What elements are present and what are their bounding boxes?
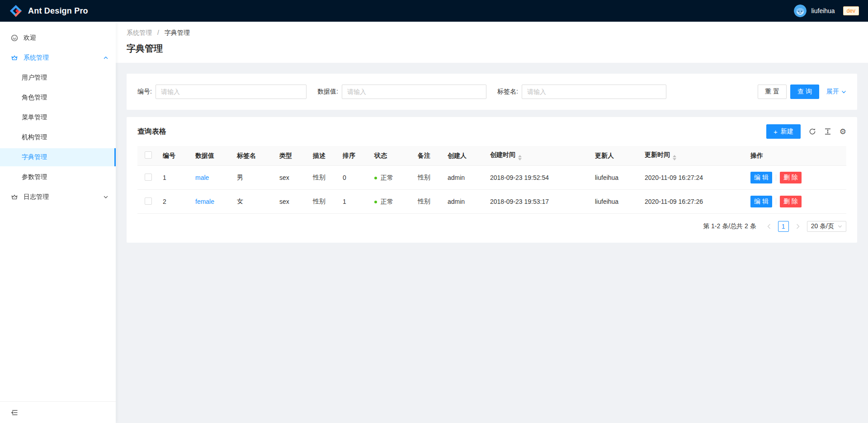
sort-icon[interactable] xyxy=(518,155,522,160)
cell-updater: liufeihua xyxy=(591,190,641,214)
value-input[interactable] xyxy=(342,85,486,99)
prev-page-icon[interactable] xyxy=(764,221,774,232)
main-content: 系统管理 / 字典管理 字典管理 编号: 数据值: 标签名: xyxy=(116,0,868,254)
cell-id: 2 xyxy=(159,190,192,214)
sidebar-footer xyxy=(0,401,116,423)
row-actions: 编 辑 删 除 xyxy=(750,172,843,183)
logo-area[interactable]: Ant Design Pro xyxy=(9,4,88,18)
column-header-label: 创建时间 xyxy=(490,151,515,158)
table-header-row: 编号 数据值 标签名 类型 描述 排序 状态 备注 创建人 创建时间 xyxy=(137,146,846,166)
table-title: 查询表格 xyxy=(137,127,166,136)
page-title: 字典管理 xyxy=(127,42,857,55)
status-badge: 正常 xyxy=(374,198,393,206)
breadcrumb-separator: / xyxy=(157,29,159,36)
density-icon[interactable] xyxy=(824,128,831,135)
sidebar-item-welcome[interactable]: 欢迎 xyxy=(0,29,116,47)
sidebar-item-menu-management[interactable]: 菜单管理 xyxy=(0,108,116,127)
sort-icon[interactable] xyxy=(673,155,676,160)
column-header-actions: 操作 xyxy=(747,146,846,166)
id-input[interactable] xyxy=(156,85,307,99)
search-field-value: 数据值: xyxy=(317,85,497,99)
sidebar-item-label: 角色管理 xyxy=(22,94,47,102)
row-actions: 编 辑 删 除 xyxy=(750,196,843,207)
table-wrap: 编号 数据值 标签名 类型 描述 排序 状态 备注 创建人 创建时间 xyxy=(127,146,857,214)
sidebar-item-label: 日志管理 xyxy=(24,193,49,201)
new-button[interactable]: + 新建 xyxy=(766,124,801,139)
cell-update-time: 2020-11-09 16:27:26 xyxy=(641,190,747,214)
value-link[interactable]: female xyxy=(195,198,214,205)
breadcrumb-current: 字典管理 xyxy=(165,29,190,36)
reset-button[interactable]: 重 置 xyxy=(758,85,787,99)
column-header-status: 状态 xyxy=(371,146,414,166)
page-number[interactable]: 1 xyxy=(778,221,789,232)
status-badge: 正常 xyxy=(374,174,393,182)
status-dot-icon xyxy=(374,177,377,179)
cell-create-time: 2018-09-23 19:53:17 xyxy=(486,190,591,214)
cell-remark: 性别 xyxy=(414,190,444,214)
sidebar-item-system-management[interactable]: 系统管理 xyxy=(0,49,116,67)
cell-sort: 1 xyxy=(339,190,371,214)
column-header-creator: 创建人 xyxy=(444,146,486,166)
query-button[interactable]: 查 询 xyxy=(790,85,819,99)
breadcrumb: 系统管理 / 字典管理 xyxy=(127,29,857,37)
delete-button[interactable]: 删 除 xyxy=(780,172,802,183)
sidebar-item-label: 参数管理 xyxy=(22,173,47,181)
row-checkbox[interactable] xyxy=(145,174,152,181)
page-size-select[interactable]: 20 条/页 xyxy=(807,221,846,232)
chevron-down-icon xyxy=(838,224,842,229)
value-link[interactable]: male xyxy=(195,174,209,181)
header-user-area[interactable]: liufeihua dev xyxy=(794,5,859,17)
column-header-id: 编号 xyxy=(159,146,192,166)
breadcrumb-parent[interactable]: 系统管理 xyxy=(127,29,152,36)
delete-button[interactable]: 删 除 xyxy=(780,196,802,207)
sidebar-item-dict-management[interactable]: 字典管理 xyxy=(0,148,116,166)
cell-sort: 0 xyxy=(339,166,371,190)
env-tag: dev xyxy=(843,6,859,15)
chevron-up-icon xyxy=(103,55,108,61)
column-header-label: 更新时间 xyxy=(645,151,670,158)
menu-collapse-icon[interactable] xyxy=(11,409,18,416)
column-header-type: 类型 xyxy=(276,146,309,166)
tag-input[interactable] xyxy=(522,85,666,99)
sidebar-item-org-management[interactable]: 机构管理 xyxy=(0,128,116,146)
status-label: 正常 xyxy=(381,174,393,182)
field-label: 数据值: xyxy=(317,88,338,96)
user-name[interactable]: liufeihua xyxy=(811,7,835,14)
content-body: 编号: 数据值: 标签名: 重 置 查 询 展开 xyxy=(116,63,868,254)
expand-toggle[interactable]: 展开 xyxy=(826,88,846,96)
column-header-update-time: 更新时间 xyxy=(641,146,747,166)
action-divider xyxy=(776,174,776,181)
cell-tag: 女 xyxy=(233,190,276,214)
sidebar-item-param-management[interactable]: 参数管理 xyxy=(0,168,116,186)
app-title: Ant Design Pro xyxy=(28,6,88,16)
sidebar-item-user-management[interactable]: 用户管理 xyxy=(0,69,116,87)
sidebar-item-log-management[interactable]: 日志管理 xyxy=(0,188,116,206)
reload-icon[interactable] xyxy=(809,128,816,135)
smile-icon xyxy=(11,34,18,42)
sidebar-item-label: 系统管理 xyxy=(24,54,49,62)
cell-create-time: 2018-09-23 19:52:54 xyxy=(486,166,591,190)
search-card: 编号: 数据值: 标签名: 重 置 查 询 展开 xyxy=(127,74,857,110)
next-page-icon[interactable] xyxy=(793,221,803,232)
select-all-checkbox[interactable] xyxy=(145,151,152,159)
sidebar-item-label: 字典管理 xyxy=(22,153,47,161)
sidebar: 欢迎 系统管理 用户管理 角色管理 菜单管理 机构管理 xyxy=(0,22,116,423)
row-checkbox[interactable] xyxy=(145,197,152,205)
page-size-value: 20 条/页 xyxy=(811,222,834,230)
plus-icon: + xyxy=(774,128,778,135)
sidebar-item-label: 欢迎 xyxy=(24,34,36,42)
action-divider xyxy=(776,198,776,205)
app-header: Ant Design Pro liufeihua dev xyxy=(0,0,868,22)
status-label: 正常 xyxy=(381,198,393,206)
edit-button[interactable]: 编 辑 xyxy=(750,172,772,183)
sidebar-item-role-management[interactable]: 角色管理 xyxy=(0,89,116,107)
cell-type: sex xyxy=(276,190,309,214)
status-dot-icon xyxy=(374,201,377,203)
settings-icon[interactable]: ⚙ xyxy=(840,128,846,136)
cell-id: 1 xyxy=(159,166,192,190)
edit-button[interactable]: 编 辑 xyxy=(750,196,772,207)
user-avatar[interactable] xyxy=(794,5,807,17)
field-label: 标签名: xyxy=(497,88,518,96)
table-toolbar: 查询表格 + 新建 xyxy=(127,117,857,146)
column-header-sort: 排序 xyxy=(339,146,371,166)
